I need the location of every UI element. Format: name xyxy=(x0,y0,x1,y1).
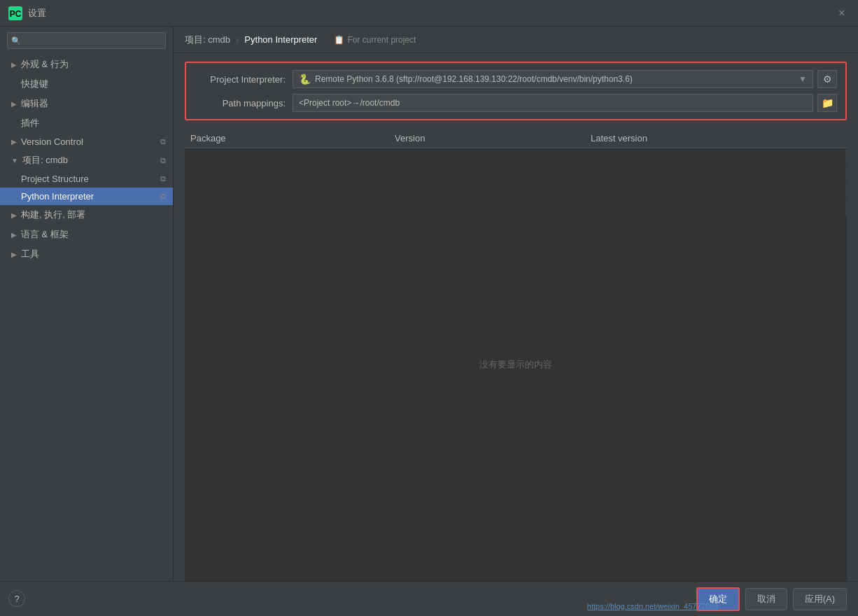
arrow-icon: ▶ xyxy=(11,100,17,108)
breadcrumb-bar: 项目: cmdb › Python Interpreter 📋 For curr… xyxy=(174,27,858,53)
for-project-badge: 📋 For current project xyxy=(334,35,416,45)
bottom-bar: ? 确定 取消 应用(A) https://blog.csdn.net/weix… xyxy=(0,581,858,616)
sidebar-item-label: 项目: cmdb xyxy=(22,154,68,167)
copy-icon: ⧉ xyxy=(160,192,166,201)
sidebar-item-appearance[interactable]: ▶ 外观 & 行为 xyxy=(0,55,173,74)
arrow-icon: ▶ xyxy=(11,61,17,69)
path-value-text: <Project root>→/root/cmdb xyxy=(299,98,400,108)
cancel-button[interactable]: 取消 xyxy=(745,588,787,610)
sidebar-item-project-cmdb[interactable]: ▼ 项目: cmdb ⧉ xyxy=(0,150,173,170)
sidebar-item-label: Project Structure xyxy=(21,174,89,184)
sidebar-item-label: 工具 xyxy=(21,248,39,260)
breadcrumb-project: 项目: cmdb xyxy=(185,34,230,46)
sidebar-item-label: 编辑器 xyxy=(21,97,48,110)
sidebar-item-label: Python Interpreter xyxy=(21,191,94,202)
copy-icon: ⧉ xyxy=(160,137,166,146)
sidebar-item-label: 语言 & 框架 xyxy=(21,228,69,241)
path-value-wrap: <Project root>→/root/cmdb 📁 xyxy=(293,94,837,112)
interpreter-label: Project Interpreter: xyxy=(195,74,286,85)
path-mappings-row: Path mappings: <Project root>→/root/cmdb… xyxy=(195,94,837,112)
path-value-display: <Project root>→/root/cmdb xyxy=(293,94,813,112)
dropdown-arrow-icon: ▼ xyxy=(799,74,807,84)
copy-icon: ⧉ xyxy=(160,156,166,165)
sidebar-item-label: 外观 & 行为 xyxy=(21,58,69,71)
arrow-icon: ▼ xyxy=(11,157,18,164)
apply-button[interactable]: 应用(A) xyxy=(793,588,847,610)
help-button[interactable]: ? xyxy=(8,590,25,607)
col-package: Package xyxy=(185,133,395,144)
search-icon: 🔍 xyxy=(11,36,21,46)
sidebar-item-label: 快捷键 xyxy=(21,78,48,90)
folder-icon: 📁 xyxy=(822,97,834,108)
interpreter-value: Remote Python 3.6.8 (sftp://root@192.168… xyxy=(315,74,633,84)
sidebar: 🔍 ▶ 外观 & 行为 快捷键 ▶ 编辑器 插件 ▶ Version Contr… xyxy=(0,27,174,581)
sidebar-item-plugins[interactable]: 插件 xyxy=(0,113,173,133)
add-package-button[interactable]: + xyxy=(845,150,847,165)
table-body: 没有要显示的内容 xyxy=(185,148,847,581)
sidebar-item-build[interactable]: ▶ 构建, 执行, 部署 xyxy=(0,205,173,225)
svg-text:PC: PC xyxy=(10,9,22,19)
col-latest: Latest version xyxy=(591,133,847,144)
watermark-link[interactable]: https://blog.csdn.net/weixin_45777669 xyxy=(587,602,718,610)
arrow-icon: ▶ xyxy=(11,138,17,146)
interpreter-dropdown[interactable]: 🐍 Remote Python 3.6.8 (sftp://root@192.1… xyxy=(293,70,813,88)
path-label: Path mappings: xyxy=(195,98,286,108)
interpreter-row: Project Interpreter: 🐍 Remote Python 3.6… xyxy=(195,70,837,88)
search-box: 🔍 xyxy=(7,32,166,49)
breadcrumb-current: Python Interpreter xyxy=(244,34,317,45)
folder-button[interactable]: 📁 xyxy=(817,94,837,112)
upgrade-package-button[interactable]: ▲ xyxy=(845,183,847,199)
table-action-buttons: + − ▲ 👁 xyxy=(845,150,847,216)
table-header: Package Version Latest version xyxy=(185,129,847,148)
sidebar-item-label: 构建, 执行, 部署 xyxy=(21,209,85,221)
close-button[interactable]: × xyxy=(838,8,850,19)
sidebar-item-label: Version Control xyxy=(21,136,83,147)
project-icon: 📋 xyxy=(334,35,344,45)
gear-button[interactable]: ⚙ xyxy=(817,70,837,88)
arrow-icon: ▶ xyxy=(11,251,17,258)
gear-icon: ⚙ xyxy=(823,74,832,85)
search-input[interactable] xyxy=(7,32,166,49)
empty-message: 没有要显示的内容 xyxy=(479,358,552,371)
app-icon: PC xyxy=(8,6,22,20)
for-project-label: For current project xyxy=(347,35,416,45)
dialog-title: 设置 xyxy=(28,7,46,20)
sidebar-item-editor[interactable]: ▶ 编辑器 xyxy=(0,94,173,113)
remove-package-button[interactable]: − xyxy=(845,167,847,182)
sidebar-item-languages[interactable]: ▶ 语言 & 框架 xyxy=(0,225,173,244)
interpreter-value-wrap: 🐍 Remote Python 3.6.8 (sftp://root@192.1… xyxy=(293,70,837,88)
show-latest-button[interactable]: 👁 xyxy=(845,200,847,216)
content-area: 项目: cmdb › Python Interpreter 📋 For curr… xyxy=(174,27,858,581)
title-bar: PC 设置 × xyxy=(0,0,858,27)
copy-icon: ⧉ xyxy=(160,174,166,183)
sidebar-item-label: 插件 xyxy=(21,117,39,130)
main-layout: 🔍 ▶ 外观 & 行为 快捷键 ▶ 编辑器 插件 ▶ Version Contr… xyxy=(0,27,858,581)
sidebar-item-tools[interactable]: ▶ 工具 xyxy=(0,244,173,264)
col-version: Version xyxy=(395,133,591,144)
python-icon: 🐍 xyxy=(299,74,311,85)
sidebar-item-python-interpreter[interactable]: Python Interpreter ⧉ xyxy=(0,188,173,205)
sidebar-item-version-control[interactable]: ▶ Version Control ⧉ xyxy=(0,133,173,150)
title-bar-left: PC 设置 xyxy=(8,6,46,20)
help-icon: ? xyxy=(14,594,19,604)
arrow-icon: ▶ xyxy=(11,211,17,219)
packages-section: Package Version Latest version 没有要显示的内容 … xyxy=(185,129,847,581)
breadcrumb-separator: › xyxy=(236,34,239,45)
sidebar-item-project-structure[interactable]: Project Structure ⧉ xyxy=(0,170,173,188)
interpreter-config-box: Project Interpreter: 🐍 Remote Python 3.6… xyxy=(185,62,847,120)
arrow-icon: ▶ xyxy=(11,231,17,239)
sidebar-item-keymap[interactable]: 快捷键 xyxy=(0,74,173,94)
